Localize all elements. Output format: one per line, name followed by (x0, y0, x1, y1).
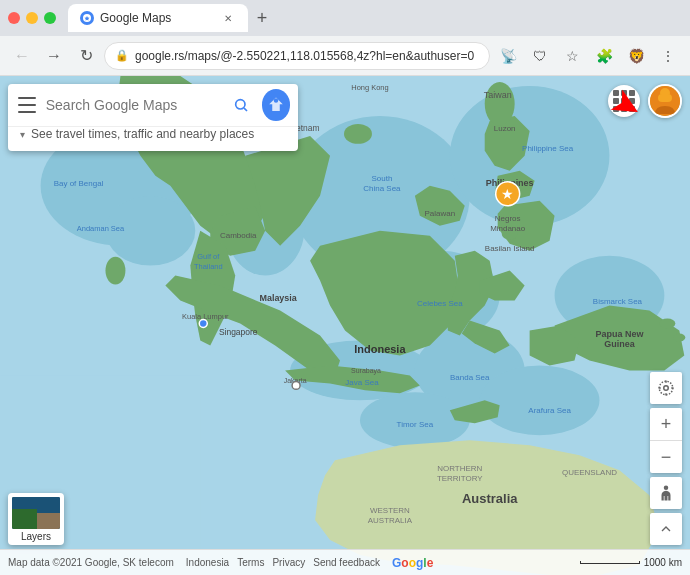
back-button[interactable]: ← (8, 42, 36, 70)
svg-text:TERRITORY: TERRITORY (437, 474, 483, 483)
tab-favicon (80, 11, 94, 25)
tab-label: Google Maps (100, 11, 171, 25)
svg-text:Celebes Sea: Celebes Sea (417, 299, 463, 308)
bottom-bar: Map data ©2021 Google, SK telecom Indone… (0, 549, 690, 575)
tab-close-button[interactable]: ✕ (220, 10, 236, 26)
svg-text:Banda Sea: Banda Sea (450, 373, 490, 382)
apps-dot-4 (613, 98, 619, 104)
search-bar: ▾ See travel times, traffic and nearby p… (8, 84, 298, 151)
privacy-link[interactable]: Privacy (272, 557, 305, 568)
svg-text:Gulf of: Gulf of (197, 252, 220, 261)
star-button[interactable]: ☆ (558, 42, 586, 70)
hamburger-line-3 (18, 111, 36, 113)
chevron-down-icon: ▾ (20, 129, 25, 140)
window-controls (8, 12, 56, 24)
svg-text:Luzon: Luzon (494, 124, 516, 133)
terms-link[interactable]: Terms (237, 557, 264, 568)
svg-text:Australia: Australia (462, 491, 518, 506)
svg-text:WESTERN: WESTERN (370, 506, 410, 515)
search-input[interactable] (46, 97, 221, 113)
search-button[interactable] (229, 91, 254, 119)
active-tab[interactable]: Google Maps ✕ (68, 4, 248, 32)
svg-text:Mindanao: Mindanao (490, 224, 526, 233)
svg-rect-13 (1, 375, 201, 575)
tab-bar: Google Maps ✕ + (68, 4, 682, 32)
svg-point-63 (292, 381, 300, 389)
close-window-button[interactable] (8, 12, 20, 24)
svg-point-10 (480, 365, 600, 435)
svg-point-18 (659, 319, 675, 329)
menu-button[interactable]: ⋮ (654, 42, 682, 70)
apps-dot-1 (613, 90, 619, 96)
google-logo: G o o g l e (392, 556, 433, 570)
travel-info-row: ▾ See travel times, traffic and nearby p… (8, 126, 298, 151)
svg-text:Kuala Lumpur: Kuala Lumpur (182, 312, 229, 321)
google-logo-g2: g (416, 556, 423, 570)
svg-text:Malaysia: Malaysia (259, 293, 297, 303)
search-row (8, 84, 298, 126)
google-logo-o2: o (409, 556, 416, 570)
location-button[interactable] (650, 372, 682, 404)
svg-text:Hong Kong: Hong Kong (351, 83, 388, 92)
indonesia-link[interactable]: Indonesia (186, 557, 229, 568)
svg-text:Java Sea: Java Sea (345, 378, 379, 387)
bottom-bar-links: Indonesia Terms Privacy Send feedback (186, 557, 380, 568)
svg-point-66 (274, 98, 279, 103)
layers-button[interactable]: Layers (8, 493, 64, 545)
svg-text:★: ★ (501, 186, 514, 202)
svg-point-72 (659, 381, 673, 395)
svg-rect-76 (37, 513, 60, 529)
address-bar[interactable]: 🔒 google.rs/maps/@-2.550221,118.015568,4… (104, 42, 490, 70)
street-view-button[interactable] (650, 477, 682, 509)
zoom-out-button[interactable]: − (650, 441, 682, 473)
minimize-window-button[interactable] (26, 12, 38, 24)
svg-point-14 (105, 257, 125, 285)
svg-rect-77 (12, 497, 60, 509)
new-tab-button[interactable]: + (248, 4, 276, 32)
forward-button[interactable]: → (40, 42, 68, 70)
svg-text:Thailand: Thailand (194, 262, 223, 271)
scale-text: 1000 km (644, 557, 682, 568)
send-feedback-link[interactable]: Send feedback (313, 557, 380, 568)
svg-point-62 (199, 320, 207, 328)
zoom-in-button[interactable]: + (650, 408, 682, 440)
browser-frame: Google Maps ✕ + ← → ↻ 🔒 google.rs/maps/@… (0, 0, 690, 575)
user-avatar-button[interactable] (648, 84, 682, 118)
svg-point-64 (236, 100, 245, 109)
svg-text:Palawan: Palawan (425, 209, 456, 218)
svg-point-15 (485, 82, 515, 126)
svg-rect-70 (658, 94, 672, 102)
avatar-image (650, 86, 680, 116)
title-bar: Google Maps ✕ + (0, 0, 690, 36)
puzzle-button[interactable]: 🧩 (590, 42, 618, 70)
directions-button[interactable] (262, 89, 290, 121)
scale-bar: 1000 km (580, 557, 682, 568)
svg-point-73 (664, 486, 669, 491)
svg-text:Bismarck Sea: Bismarck Sea (593, 297, 643, 306)
avatar-toolbar-button[interactable]: 🦁 (622, 42, 650, 70)
svg-text:Guinea: Guinea (604, 339, 635, 349)
toolbar-icons: 📡 🛡 ☆ 🧩 🦁 ⋮ (494, 42, 682, 70)
map-container[interactable]: Taiwan Hong Kong South China Sea Philipp… (0, 76, 690, 575)
expand-button[interactable] (650, 513, 682, 545)
cast-button[interactable]: 📡 (494, 42, 522, 70)
svg-text:Singapore: Singapore (219, 327, 258, 337)
hamburger-menu-button[interactable] (16, 93, 38, 117)
apps-dot-6 (629, 98, 635, 104)
google-logo-g: G (392, 556, 401, 570)
map-data-text: Map data ©2021 Google, SK telecom (8, 557, 174, 568)
scale-line (580, 561, 640, 564)
layers-label: Layers (21, 531, 51, 542)
maximize-window-button[interactable] (44, 12, 56, 24)
settings-button[interactable]: 🛡 (526, 42, 554, 70)
svg-text:Taiwan: Taiwan (484, 90, 512, 100)
apps-dot-5 (621, 98, 627, 104)
svg-text:Papua New: Papua New (596, 329, 644, 339)
svg-text:Surabaya: Surabaya (351, 367, 381, 375)
bottom-right-controls: + − (650, 372, 682, 545)
apps-button[interactable] (608, 85, 640, 117)
svg-text:Negros: Negros (495, 214, 521, 223)
layers-thumbnail (12, 497, 60, 529)
travel-info-text: See travel times, traffic and nearby pla… (31, 127, 254, 141)
refresh-button[interactable]: ↻ (72, 42, 100, 70)
